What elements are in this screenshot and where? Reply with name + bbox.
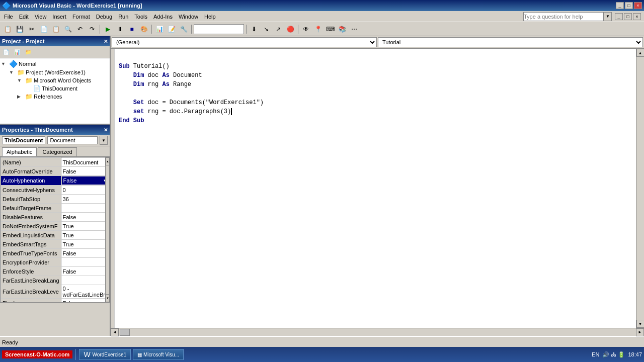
- userform-btn[interactable]: 📊: [154, 24, 165, 35]
- object-dropdown[interactable]: (General): [112, 37, 377, 47]
- location-display: Ln 6, Col 32: [194, 24, 244, 34]
- menu-help[interactable]: Help: [201, 13, 219, 21]
- props-row[interactable]: AutoHyphenationFalse▼: [1, 176, 109, 186]
- props-row[interactable]: EnforceStyleFalse: [1, 267, 109, 276]
- minimize-button[interactable]: _: [616, 2, 624, 9]
- scroll-down-btn[interactable]: ▼: [636, 320, 645, 328]
- app-restore-btn[interactable]: □: [624, 13, 632, 20]
- scroll-left-btn[interactable]: ◄: [111, 328, 119, 336]
- menu-run[interactable]: Run: [115, 13, 131, 21]
- tree-references[interactable]: ▶ 📁 References: [1, 93, 109, 101]
- menu-bar: File Edit View Insert Format Debug Run T…: [0, 11, 644, 22]
- menu-debug[interactable]: Debug: [93, 13, 115, 21]
- view-object-btn[interactable]: 📋: [2, 24, 13, 35]
- view-object-btn2[interactable]: 📊: [12, 47, 22, 57]
- break-btn[interactable]: ⏸: [114, 24, 125, 35]
- props-row-value: False: [61, 299, 109, 303]
- procedure-dropdown[interactable]: Tutorial: [378, 37, 643, 47]
- module-btn[interactable]: 📝: [166, 24, 177, 35]
- find-btn[interactable]: 🔍: [62, 24, 73, 35]
- scroll-right-btn[interactable]: ►: [636, 328, 644, 336]
- props-row[interactable]: EncryptionProvider: [1, 258, 109, 267]
- props-row-value: False: [61, 267, 109, 276]
- run-btn[interactable]: ▶: [102, 24, 113, 35]
- save-btn[interactable]: 💾: [14, 24, 25, 35]
- props-row-value: [61, 204, 109, 213]
- props-type-dropdown[interactable]: ▼: [100, 136, 108, 145]
- scroll-up-btn[interactable]: ▲: [636, 49, 645, 57]
- class-btn[interactable]: 🔧: [178, 24, 189, 35]
- tree-word-objects[interactable]: ▼ 📁 Microsoft Word Objects: [1, 76, 109, 84]
- props-row[interactable]: EmbedSmartTagsTrue: [1, 240, 109, 249]
- view-code-btn[interactable]: 📄: [1, 47, 11, 57]
- menu-tools[interactable]: Tools: [131, 13, 150, 21]
- code-content[interactable]: Sub Tutorial() Dim doc As Document Dim r…: [115, 49, 636, 328]
- toggle-folders-btn[interactable]: 📁: [23, 47, 33, 57]
- more-btn[interactable]: ⋯: [349, 24, 360, 35]
- locals-btn[interactable]: 📍: [312, 24, 324, 35]
- sep5: [298, 25, 298, 34]
- menu-addins[interactable]: Add-Ins: [150, 13, 176, 21]
- restore-button[interactable]: □: [625, 2, 633, 9]
- immediate-btn[interactable]: ⌨: [325, 24, 336, 35]
- menu-edit[interactable]: Edit: [16, 13, 32, 21]
- copy-btn[interactable]: 📄: [38, 24, 49, 35]
- props-scroll-up[interactable]: ▲: [106, 157, 110, 165]
- tree-project[interactable]: ▼ 📁 Project (WordExercise1): [1, 68, 109, 76]
- tree-this-document[interactable]: 📄 ThisDocument: [1, 84, 109, 93]
- menu-view[interactable]: View: [32, 13, 50, 21]
- tree-normal[interactable]: ▼ 🔷 Normal: [1, 59, 109, 68]
- app-close-btn[interactable]: ×: [633, 13, 641, 20]
- step-out-btn[interactable]: ↗: [273, 24, 284, 35]
- properties-panel: Properties - ThisDocument ✕ ThisDocument…: [0, 124, 110, 303]
- right-scrollbar[interactable]: ▲ ▼: [636, 49, 644, 328]
- props-row[interactable]: EmbedLinguisticDataTrue: [1, 231, 109, 240]
- props-row[interactable]: DoNotEmbedSystemFTrue: [1, 222, 109, 231]
- menu-file[interactable]: File: [1, 13, 16, 21]
- taskbar-vba-item[interactable]: ▦ Microsoft Visu...: [133, 349, 184, 360]
- props-row-name: AutoHyphenation: [1, 176, 61, 186]
- props-row-value: True: [61, 240, 109, 249]
- props-row-name: Final: [1, 299, 61, 303]
- screencaster-btn[interactable]: Screencast-O-Matic.com: [2, 350, 72, 358]
- props-row[interactable]: DisableFeaturesFalse: [1, 213, 109, 222]
- props-row[interactable]: AutoFormatOverrideFalse: [1, 167, 109, 176]
- props-row[interactable]: EmbedTrueTypeFontsFalse: [1, 249, 109, 258]
- step-into-btn[interactable]: ⬇: [249, 24, 260, 35]
- props-row[interactable]: FarEastLineBreakLang: [1, 276, 109, 285]
- menu-insert[interactable]: Insert: [49, 13, 69, 21]
- help-dropdown-btn[interactable]: ▼: [604, 12, 612, 21]
- project-panel-close[interactable]: ✕: [104, 39, 108, 44]
- props-row[interactable]: (Name)ThisDocument: [1, 158, 109, 167]
- undo-btn[interactable]: ↶: [74, 24, 86, 35]
- help-search-input[interactable]: [523, 12, 604, 21]
- breakpoint-btn[interactable]: 🔴: [285, 24, 296, 35]
- close-button[interactable]: ×: [634, 2, 642, 9]
- main-layout: Project - Project ✕ 📄 📊 📁 ▼ 🔷 Normal ▼ 📁…: [0, 36, 644, 336]
- menu-window[interactable]: Window: [176, 13, 201, 21]
- scroll-thumb[interactable]: [120, 329, 130, 336]
- step-over-btn[interactable]: ↘: [261, 24, 272, 35]
- sep3: [191, 25, 192, 34]
- props-tab-alphabetic[interactable]: Alphabetic: [2, 147, 37, 156]
- design-btn[interactable]: 🎨: [138, 24, 149, 35]
- properties-panel-close[interactable]: ✕: [104, 127, 108, 133]
- redo-btn[interactable]: ↷: [87, 24, 98, 35]
- props-scroll-down[interactable]: ▼: [106, 294, 110, 302]
- props-row[interactable]: DefaultTabStop36: [1, 195, 109, 204]
- props-row[interactable]: DefaultTargetFrame: [1, 204, 109, 213]
- props-row[interactable]: FarEastLineBreakLeve0 - wdFarEastLineBr: [1, 285, 109, 299]
- props-row-value[interactable]: False▼: [61, 176, 109, 185]
- taskbar-word-item[interactable]: W WordExercise1: [79, 349, 131, 360]
- watch-btn[interactable]: 👁: [300, 24, 311, 35]
- props-tab-categorized[interactable]: Categorized: [38, 147, 76, 156]
- props-row[interactable]: FinalFalse: [1, 299, 109, 303]
- callstack-btn[interactable]: 📚: [337, 24, 348, 35]
- sep1: [100, 25, 100, 34]
- app-minimize-btn[interactable]: _: [615, 13, 623, 20]
- cut-btn[interactable]: ✂: [26, 24, 37, 35]
- props-row[interactable]: ConsecutiveHyphens0: [1, 186, 109, 195]
- paste-btn[interactable]: 📋: [50, 24, 61, 35]
- stop-btn[interactable]: ■: [126, 24, 137, 35]
- menu-format[interactable]: Format: [69, 13, 93, 21]
